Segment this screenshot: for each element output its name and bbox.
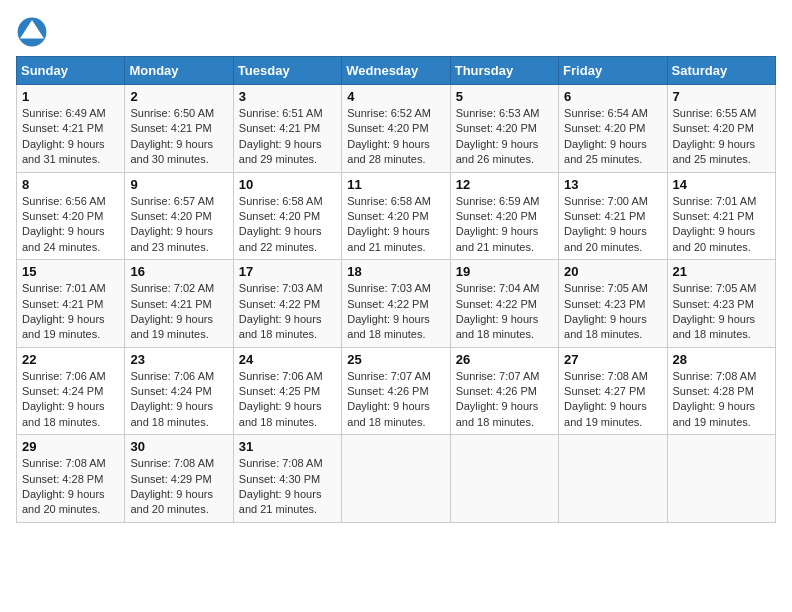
logo: [16, 16, 52, 48]
day-cell-2: 2 Sunrise: 6:50 AM Sunset: 4:21 PM Dayli…: [125, 85, 233, 173]
day-cell-8: 8 Sunrise: 6:56 AM Sunset: 4:20 PM Dayli…: [17, 172, 125, 260]
day-cell-23: 23 Sunrise: 7:06 AM Sunset: 4:24 PM Dayl…: [125, 347, 233, 435]
day-number: 6: [564, 89, 661, 104]
day-cell-17: 17 Sunrise: 7:03 AM Sunset: 4:22 PM Dayl…: [233, 260, 341, 348]
week-row-2: 8 Sunrise: 6:56 AM Sunset: 4:20 PM Dayli…: [17, 172, 776, 260]
day-info: Sunrise: 7:08 AM Sunset: 4:27 PM Dayligh…: [564, 369, 661, 431]
day-cell-21: 21 Sunrise: 7:05 AM Sunset: 4:23 PM Dayl…: [667, 260, 775, 348]
day-info: Sunrise: 6:49 AM Sunset: 4:21 PM Dayligh…: [22, 106, 119, 168]
day-info: Sunrise: 7:08 AM Sunset: 4:28 PM Dayligh…: [22, 456, 119, 518]
day-number: 30: [130, 439, 227, 454]
day-number: 17: [239, 264, 336, 279]
day-cell-19: 19 Sunrise: 7:04 AM Sunset: 4:22 PM Dayl…: [450, 260, 558, 348]
day-number: 24: [239, 352, 336, 367]
day-number: 10: [239, 177, 336, 192]
day-info: Sunrise: 6:58 AM Sunset: 4:20 PM Dayligh…: [347, 194, 444, 256]
day-cell-26: 26 Sunrise: 7:07 AM Sunset: 4:26 PM Dayl…: [450, 347, 558, 435]
day-info: Sunrise: 7:06 AM Sunset: 4:24 PM Dayligh…: [130, 369, 227, 431]
day-cell-28: 28 Sunrise: 7:08 AM Sunset: 4:28 PM Dayl…: [667, 347, 775, 435]
day-number: 31: [239, 439, 336, 454]
empty-cell: [667, 435, 775, 523]
weekday-saturday: Saturday: [667, 57, 775, 85]
day-cell-14: 14 Sunrise: 7:01 AM Sunset: 4:21 PM Dayl…: [667, 172, 775, 260]
day-number: 1: [22, 89, 119, 104]
day-number: 16: [130, 264, 227, 279]
day-cell-7: 7 Sunrise: 6:55 AM Sunset: 4:20 PM Dayli…: [667, 85, 775, 173]
day-number: 19: [456, 264, 553, 279]
calendar-table: SundayMondayTuesdayWednesdayThursdayFrid…: [16, 56, 776, 523]
day-number: 2: [130, 89, 227, 104]
day-number: 22: [22, 352, 119, 367]
day-info: Sunrise: 7:08 AM Sunset: 4:30 PM Dayligh…: [239, 456, 336, 518]
day-number: 27: [564, 352, 661, 367]
day-cell-5: 5 Sunrise: 6:53 AM Sunset: 4:20 PM Dayli…: [450, 85, 558, 173]
day-number: 5: [456, 89, 553, 104]
day-number: 21: [673, 264, 770, 279]
day-info: Sunrise: 6:52 AM Sunset: 4:20 PM Dayligh…: [347, 106, 444, 168]
day-cell-9: 9 Sunrise: 6:57 AM Sunset: 4:20 PM Dayli…: [125, 172, 233, 260]
empty-cell: [559, 435, 667, 523]
day-number: 11: [347, 177, 444, 192]
weekday-wednesday: Wednesday: [342, 57, 450, 85]
day-info: Sunrise: 7:08 AM Sunset: 4:29 PM Dayligh…: [130, 456, 227, 518]
day-info: Sunrise: 6:57 AM Sunset: 4:20 PM Dayligh…: [130, 194, 227, 256]
day-number: 28: [673, 352, 770, 367]
day-info: Sunrise: 6:51 AM Sunset: 4:21 PM Dayligh…: [239, 106, 336, 168]
day-info: Sunrise: 6:53 AM Sunset: 4:20 PM Dayligh…: [456, 106, 553, 168]
weekday-thursday: Thursday: [450, 57, 558, 85]
empty-cell: [450, 435, 558, 523]
day-info: Sunrise: 7:01 AM Sunset: 4:21 PM Dayligh…: [673, 194, 770, 256]
week-row-3: 15 Sunrise: 7:01 AM Sunset: 4:21 PM Dayl…: [17, 260, 776, 348]
day-number: 12: [456, 177, 553, 192]
day-number: 25: [347, 352, 444, 367]
day-info: Sunrise: 7:04 AM Sunset: 4:22 PM Dayligh…: [456, 281, 553, 343]
logo-icon: [16, 16, 48, 48]
day-number: 8: [22, 177, 119, 192]
day-cell-20: 20 Sunrise: 7:05 AM Sunset: 4:23 PM Dayl…: [559, 260, 667, 348]
day-cell-16: 16 Sunrise: 7:02 AM Sunset: 4:21 PM Dayl…: [125, 260, 233, 348]
day-number: 15: [22, 264, 119, 279]
weekday-tuesday: Tuesday: [233, 57, 341, 85]
day-info: Sunrise: 7:05 AM Sunset: 4:23 PM Dayligh…: [564, 281, 661, 343]
day-info: Sunrise: 6:56 AM Sunset: 4:20 PM Dayligh…: [22, 194, 119, 256]
day-info: Sunrise: 7:00 AM Sunset: 4:21 PM Dayligh…: [564, 194, 661, 256]
day-cell-10: 10 Sunrise: 6:58 AM Sunset: 4:20 PM Dayl…: [233, 172, 341, 260]
day-info: Sunrise: 7:08 AM Sunset: 4:28 PM Dayligh…: [673, 369, 770, 431]
day-cell-27: 27 Sunrise: 7:08 AM Sunset: 4:27 PM Dayl…: [559, 347, 667, 435]
day-info: Sunrise: 6:55 AM Sunset: 4:20 PM Dayligh…: [673, 106, 770, 168]
day-cell-15: 15 Sunrise: 7:01 AM Sunset: 4:21 PM Dayl…: [17, 260, 125, 348]
day-cell-24: 24 Sunrise: 7:06 AM Sunset: 4:25 PM Dayl…: [233, 347, 341, 435]
weekday-sunday: Sunday: [17, 57, 125, 85]
day-number: 4: [347, 89, 444, 104]
weekday-friday: Friday: [559, 57, 667, 85]
day-cell-22: 22 Sunrise: 7:06 AM Sunset: 4:24 PM Dayl…: [17, 347, 125, 435]
day-info: Sunrise: 6:54 AM Sunset: 4:20 PM Dayligh…: [564, 106, 661, 168]
day-number: 9: [130, 177, 227, 192]
day-number: 7: [673, 89, 770, 104]
weekday-header-row: SundayMondayTuesdayWednesdayThursdayFrid…: [17, 57, 776, 85]
day-info: Sunrise: 7:07 AM Sunset: 4:26 PM Dayligh…: [347, 369, 444, 431]
day-info: Sunrise: 7:02 AM Sunset: 4:21 PM Dayligh…: [130, 281, 227, 343]
week-row-4: 22 Sunrise: 7:06 AM Sunset: 4:24 PM Dayl…: [17, 347, 776, 435]
day-info: Sunrise: 7:06 AM Sunset: 4:24 PM Dayligh…: [22, 369, 119, 431]
day-number: 14: [673, 177, 770, 192]
day-cell-31: 31 Sunrise: 7:08 AM Sunset: 4:30 PM Dayl…: [233, 435, 341, 523]
day-cell-12: 12 Sunrise: 6:59 AM Sunset: 4:20 PM Dayl…: [450, 172, 558, 260]
day-number: 26: [456, 352, 553, 367]
day-cell-18: 18 Sunrise: 7:03 AM Sunset: 4:22 PM Dayl…: [342, 260, 450, 348]
day-cell-13: 13 Sunrise: 7:00 AM Sunset: 4:21 PM Dayl…: [559, 172, 667, 260]
day-number: 3: [239, 89, 336, 104]
day-cell-25: 25 Sunrise: 7:07 AM Sunset: 4:26 PM Dayl…: [342, 347, 450, 435]
week-row-1: 1 Sunrise: 6:49 AM Sunset: 4:21 PM Dayli…: [17, 85, 776, 173]
day-info: Sunrise: 7:03 AM Sunset: 4:22 PM Dayligh…: [347, 281, 444, 343]
day-info: Sunrise: 7:05 AM Sunset: 4:23 PM Dayligh…: [673, 281, 770, 343]
day-cell-6: 6 Sunrise: 6:54 AM Sunset: 4:20 PM Dayli…: [559, 85, 667, 173]
empty-cell: [342, 435, 450, 523]
week-row-5: 29 Sunrise: 7:08 AM Sunset: 4:28 PM Dayl…: [17, 435, 776, 523]
page-header: [16, 16, 776, 48]
day-number: 29: [22, 439, 119, 454]
day-cell-1: 1 Sunrise: 6:49 AM Sunset: 4:21 PM Dayli…: [17, 85, 125, 173]
day-info: Sunrise: 7:07 AM Sunset: 4:26 PM Dayligh…: [456, 369, 553, 431]
day-number: 13: [564, 177, 661, 192]
day-cell-11: 11 Sunrise: 6:58 AM Sunset: 4:20 PM Dayl…: [342, 172, 450, 260]
